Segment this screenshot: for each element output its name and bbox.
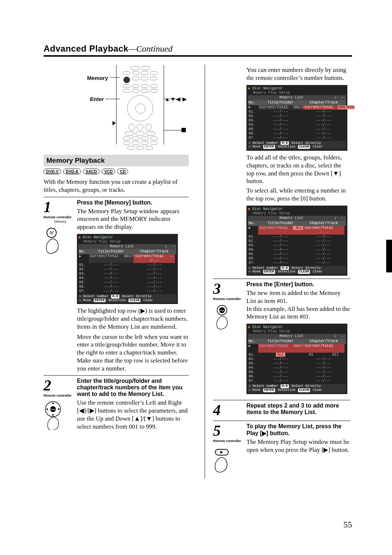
- step-1-body-c: Move the cursor to the left when you wan…: [77, 333, 189, 373]
- step-2-number: 2: [44, 378, 77, 393]
- step-2-heading: Enter the title/group/folder and chapter…: [77, 378, 189, 397]
- right-intro-b: To add all of the titles, groups, folder…: [246, 154, 350, 185]
- step-1-heading: Press the [Memory] button.: [77, 199, 189, 206]
- memory-btn-label: Memory: [44, 220, 77, 223]
- stop-icon: [181, 128, 186, 132]
- step-1: 1 Remote controller Memory M Press the […: [44, 199, 189, 373]
- badge-dvd-a: DVD-A: [63, 169, 81, 174]
- step-3-body-b: In this example, All has been added to t…: [246, 305, 350, 321]
- step-1-body-b: The highlighted top row (▶) is used to e…: [77, 307, 189, 331]
- side-tab: [386, 240, 392, 272]
- svg-marker-5: [52, 402, 54, 404]
- remote-body: [116, 65, 164, 145]
- remote-controller-label: Remote controller: [213, 439, 246, 443]
- disc-badges: DVD-V DVD-A SACD VCD CD: [44, 169, 189, 174]
- header-title: Advanced Playback: [44, 44, 128, 53]
- press-play-icon: [213, 446, 246, 477]
- step-5-heading: To play the Memory List, press the Play …: [246, 423, 350, 437]
- screenshot-2b: ◉ Disc Navigator Memory Play Setup Memor…: [246, 206, 347, 276]
- svg-marker-8: [58, 408, 60, 410]
- press-memory-icon: M: [44, 227, 77, 258]
- step-3-number: 3: [213, 281, 246, 296]
- badge-dvd-v: DVD-V: [44, 169, 61, 174]
- step-3-body-a: The new item is added to the Memory List…: [246, 289, 350, 305]
- intro-text: With the Memory function you can create …: [44, 178, 189, 194]
- header-continued: —Continued: [128, 44, 172, 53]
- step-5-number: 5: [213, 423, 246, 438]
- play-icon: [113, 120, 116, 126]
- step-4: 4 Repeat steps 2 and 3 to add more items…: [213, 402, 350, 418]
- step-2-body: Use the remote controller’s Left and Rig…: [77, 399, 189, 430]
- badge-cd: CD: [117, 169, 128, 174]
- step-1-number: 1: [44, 199, 77, 215]
- step-3: 3 Remote controller Enter Press the [Ent…: [213, 281, 350, 397]
- remote-diagram: Memory Enter ▲▼◀ ▶: [44, 65, 189, 148]
- svg-marker-13: [220, 451, 223, 454]
- dpad-arrows: ▲▼◀ ▶: [164, 96, 187, 102]
- step-5-body: The Memory Play Setup window must be ope…: [246, 438, 350, 454]
- step-5: 5 Remote controller To play the Memory L…: [213, 423, 350, 477]
- svg-text:Enter: Enter: [220, 309, 225, 312]
- step-4-heading: Repeat steps 2 and 3 to add more items t…: [246, 402, 350, 416]
- press-enter-icon: Enter: [213, 304, 246, 335]
- svg-marker-7: [46, 408, 48, 410]
- section-title: Memory Playback: [44, 155, 189, 166]
- step-3-heading: Press the [Enter] button.: [246, 281, 350, 288]
- screenshot-1: ◉ Disc Navigator Memory Play Setup Memor…: [77, 234, 178, 304]
- right-intro-c: To select all, while entering a number i…: [246, 187, 350, 203]
- screenshot-2: ◉ Disc Navigator Memory Play Setup Memor…: [246, 85, 347, 151]
- step-4-number: 4: [213, 402, 246, 418]
- press-enter-dpad-icon: Enter: [44, 401, 77, 432]
- svg-marker-6: [52, 414, 54, 416]
- label-enter: Enter: [90, 96, 104, 102]
- remote-controller-label: Remote controller: [44, 394, 77, 397]
- badge-sacd: SACD: [83, 169, 99, 174]
- label-memory: Memory: [87, 75, 108, 81]
- step-2: 2 Remote controller Enter: [44, 378, 189, 432]
- svg-text:M: M: [50, 230, 53, 235]
- svg-text:Enter: Enter: [50, 408, 56, 410]
- page-number: 55: [343, 520, 352, 530]
- right-intro-a: You can enter numbers directly by using …: [246, 66, 350, 82]
- step-1-body-a: The Memory Play Setup window appears ons…: [77, 207, 189, 231]
- badge-vcd: VCD: [102, 169, 115, 174]
- page-header: Advanced Playback—Continued: [44, 44, 352, 57]
- remote-controller-label: Remote controller: [44, 215, 77, 219]
- remote-controller-label: Remote controller: [213, 297, 246, 301]
- screenshot-3: ◉ Disc Navigator Memory Play Setup Memor…: [246, 324, 347, 394]
